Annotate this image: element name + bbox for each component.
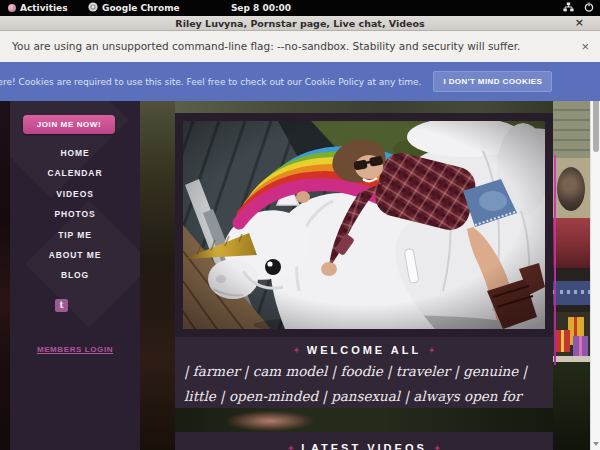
browser-infobar: You are using an unsupported command-lin…: [0, 31, 600, 62]
gift-box-purple: [573, 336, 588, 358]
background-grass: [553, 362, 591, 450]
diamond-icon: ✦: [434, 444, 441, 450]
diamond-icon: ✦: [428, 346, 435, 355]
background-middle-strip: [140, 101, 175, 450]
clock[interactable]: Sep 8 00:00: [228, 0, 294, 16]
network-icon[interactable]: [563, 2, 574, 14]
background-top-strip: [175, 101, 553, 113]
background-round-mirror: [557, 167, 585, 211]
page-viewport: JOIN ME NOW! HOME CALENDAR VIDEOS PHOTOS…: [0, 101, 600, 450]
sidebar: JOIN ME NOW! HOME CALENDAR VIDEOS PHOTOS…: [10, 101, 140, 450]
activities-label: Activities: [20, 3, 68, 13]
latest-videos-title: LATEST VIDEOS: [301, 442, 427, 450]
focused-app-menu[interactable]: Google Chrome: [88, 0, 180, 16]
main-content: ✦WELCOME ALL✦ | farmer | cam model | foo…: [175, 113, 553, 450]
window-title: Riley Luvyna, Pornstar page, Live chat, …: [175, 18, 424, 29]
hero-photo-card: [175, 113, 553, 337]
welcome-heading: ✦WELCOME ALL✦: [175, 337, 553, 356]
sidebar-item-about-me[interactable]: ABOUT ME: [10, 245, 140, 265]
chrome-icon: [88, 2, 98, 14]
scroll-down-arrow-icon[interactable]: [593, 442, 599, 446]
gift-box-red: [555, 330, 570, 352]
sidebar-item-videos[interactable]: VIDEOS: [10, 184, 140, 204]
window-close-button[interactable]: ×: [575, 16, 584, 30]
infobar-message: You are using an unsupported command-lin…: [12, 31, 520, 62]
tumblr-icon[interactable]: t: [55, 299, 68, 312]
activities-button[interactable]: Activities: [8, 0, 68, 16]
cookie-message: Hey there! Cookies are required to use t…: [0, 77, 421, 87]
cookie-accept-button[interactable]: I DON'T MIND COOKIES: [433, 71, 552, 92]
latest-videos-heading: ✦LATEST VIDEOS✦: [175, 432, 553, 450]
system-top-bar: Activities Google Chrome Sep 8 00:00: [0, 0, 600, 16]
tagline-text: | farmer | cam model | foodie | traveler…: [184, 359, 544, 408]
sidebar-item-blog[interactable]: BLOG: [10, 265, 140, 285]
background-left-strip: [0, 101, 10, 450]
background-gifts-area: [553, 312, 591, 362]
power-icon[interactable]: [584, 2, 594, 14]
distro-dot-icon: [8, 4, 16, 12]
diamond-icon: ✦: [288, 444, 295, 450]
app-name-label: Google Chrome: [102, 3, 180, 13]
join-me-now-button[interactable]: JOIN ME NOW!: [23, 115, 115, 134]
scrollbar[interactable]: [590, 62, 600, 450]
background-red-couch: [553, 218, 591, 268]
window-title-bar: Riley Luvyna, Pornstar page, Live chat, …: [0, 16, 600, 31]
system-status-area: [563, 0, 594, 16]
sidebar-item-home[interactable]: HOME: [10, 143, 140, 163]
panel-gap: [175, 408, 553, 432]
hero-photo-unicorn-scene: [183, 121, 545, 329]
sidebar-item-tip-me[interactable]: TIP ME: [10, 225, 140, 245]
background-ceiling: [553, 101, 591, 158]
cookie-banner: Hey there! Cookies are required to use t…: [0, 62, 600, 101]
welcome-panel: ✦WELCOME ALL✦ | farmer | cam model | foo…: [175, 337, 553, 408]
sidebar-item-photos[interactable]: PHOTOS: [10, 204, 140, 224]
latest-videos-panel: ✦LATEST VIDEOS✦: [175, 432, 553, 450]
members-login-link[interactable]: MEMBERS LOGIN: [10, 345, 140, 354]
sidebar-item-calendar[interactable]: CALENDAR: [10, 163, 140, 183]
background-right-strip: [553, 101, 591, 450]
diamond-icon: ✦: [293, 346, 300, 355]
welcome-title: WELCOME ALL: [307, 344, 421, 356]
infobar-close-button[interactable]: ×: [581, 31, 589, 62]
background-magenta-edge: [554, 155, 556, 365]
background-blue-blanket: [553, 281, 591, 305]
sidebar-menu: HOME CALENDAR VIDEOS PHOTOS TIP ME ABOUT…: [10, 143, 140, 286]
